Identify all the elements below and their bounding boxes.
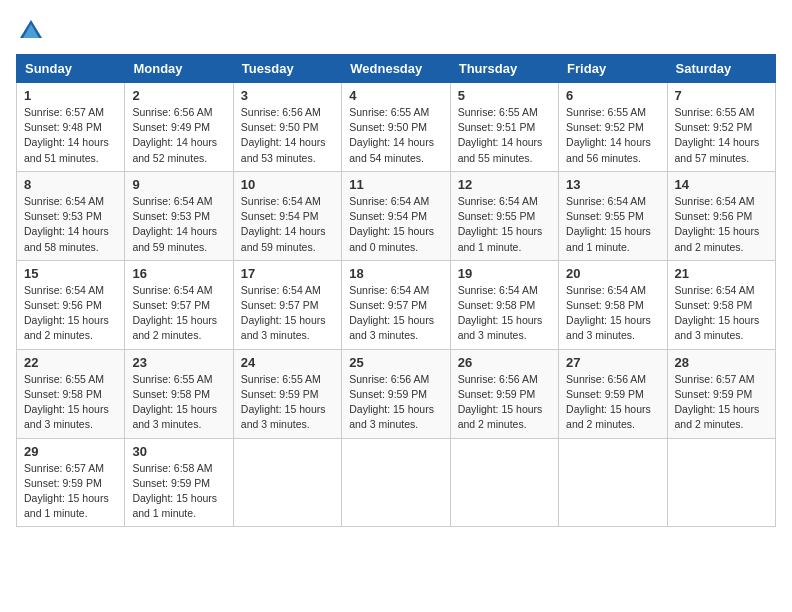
day-number: 6 xyxy=(566,88,659,103)
cell-content: Sunrise: 6:54 AM Sunset: 9:57 PM Dayligh… xyxy=(132,283,225,344)
sunset-label: Sunset: 9:59 PM xyxy=(349,388,427,400)
cell-content: Sunrise: 6:54 AM Sunset: 9:57 PM Dayligh… xyxy=(349,283,442,344)
cell-content: Sunrise: 6:57 AM Sunset: 9:59 PM Dayligh… xyxy=(675,372,768,433)
calendar-cell: 3 Sunrise: 6:56 AM Sunset: 9:50 PM Dayli… xyxy=(233,83,341,172)
sunset-label: Sunset: 9:59 PM xyxy=(241,388,319,400)
cell-content: Sunrise: 6:56 AM Sunset: 9:59 PM Dayligh… xyxy=(458,372,551,433)
daylight-label: Daylight: 14 hours and 52 minutes. xyxy=(132,136,217,163)
calendar-cell: 14 Sunrise: 6:54 AM Sunset: 9:56 PM Dayl… xyxy=(667,171,775,260)
cell-content: Sunrise: 6:54 AM Sunset: 9:54 PM Dayligh… xyxy=(241,194,334,255)
calendar-cell xyxy=(342,438,450,527)
daylight-label: Daylight: 15 hours and 3 minutes. xyxy=(241,314,326,341)
sunrise-label: Sunrise: 6:54 AM xyxy=(132,195,212,207)
day-number: 8 xyxy=(24,177,117,192)
sunrise-label: Sunrise: 6:55 AM xyxy=(675,106,755,118)
calendar-week-2: 8 Sunrise: 6:54 AM Sunset: 9:53 PM Dayli… xyxy=(17,171,776,260)
day-number: 18 xyxy=(349,266,442,281)
sunset-label: Sunset: 9:58 PM xyxy=(132,388,210,400)
cell-content: Sunrise: 6:55 AM Sunset: 9:58 PM Dayligh… xyxy=(132,372,225,433)
sunset-label: Sunset: 9:59 PM xyxy=(458,388,536,400)
cell-content: Sunrise: 6:54 AM Sunset: 9:57 PM Dayligh… xyxy=(241,283,334,344)
calendar-cell: 7 Sunrise: 6:55 AM Sunset: 9:52 PM Dayli… xyxy=(667,83,775,172)
day-number: 23 xyxy=(132,355,225,370)
cell-content: Sunrise: 6:57 AM Sunset: 9:48 PM Dayligh… xyxy=(24,105,117,166)
cell-content: Sunrise: 6:58 AM Sunset: 9:59 PM Dayligh… xyxy=(132,461,225,522)
calendar-cell xyxy=(233,438,341,527)
calendar-cell: 27 Sunrise: 6:56 AM Sunset: 9:59 PM Dayl… xyxy=(559,349,667,438)
sunset-label: Sunset: 9:55 PM xyxy=(458,210,536,222)
day-number: 12 xyxy=(458,177,551,192)
daylight-label: Daylight: 15 hours and 0 minutes. xyxy=(349,225,434,252)
day-number: 16 xyxy=(132,266,225,281)
sunset-label: Sunset: 9:57 PM xyxy=(241,299,319,311)
calendar-week-3: 15 Sunrise: 6:54 AM Sunset: 9:56 PM Dayl… xyxy=(17,260,776,349)
calendar-table: SundayMondayTuesdayWednesdayThursdayFrid… xyxy=(16,54,776,527)
daylight-label: Daylight: 15 hours and 2 minutes. xyxy=(458,403,543,430)
daylight-label: Daylight: 14 hours and 56 minutes. xyxy=(566,136,651,163)
sunrise-label: Sunrise: 6:54 AM xyxy=(349,284,429,296)
cell-content: Sunrise: 6:57 AM Sunset: 9:59 PM Dayligh… xyxy=(24,461,117,522)
calendar-header-friday: Friday xyxy=(559,55,667,83)
calendar-cell: 2 Sunrise: 6:56 AM Sunset: 9:49 PM Dayli… xyxy=(125,83,233,172)
cell-content: Sunrise: 6:55 AM Sunset: 9:52 PM Dayligh… xyxy=(675,105,768,166)
daylight-label: Daylight: 15 hours and 1 minute. xyxy=(566,225,651,252)
calendar-cell: 23 Sunrise: 6:55 AM Sunset: 9:58 PM Dayl… xyxy=(125,349,233,438)
sunset-label: Sunset: 9:48 PM xyxy=(24,121,102,133)
calendar-week-5: 29 Sunrise: 6:57 AM Sunset: 9:59 PM Dayl… xyxy=(17,438,776,527)
calendar-cell: 24 Sunrise: 6:55 AM Sunset: 9:59 PM Dayl… xyxy=(233,349,341,438)
daylight-label: Daylight: 15 hours and 3 minutes. xyxy=(24,403,109,430)
sunset-label: Sunset: 9:53 PM xyxy=(24,210,102,222)
day-number: 24 xyxy=(241,355,334,370)
calendar-header-monday: Monday xyxy=(125,55,233,83)
daylight-label: Daylight: 14 hours and 59 minutes. xyxy=(132,225,217,252)
calendar-cell: 15 Sunrise: 6:54 AM Sunset: 9:56 PM Dayl… xyxy=(17,260,125,349)
day-number: 28 xyxy=(675,355,768,370)
calendar-header-sunday: Sunday xyxy=(17,55,125,83)
cell-content: Sunrise: 6:54 AM Sunset: 9:54 PM Dayligh… xyxy=(349,194,442,255)
day-number: 13 xyxy=(566,177,659,192)
sunrise-label: Sunrise: 6:54 AM xyxy=(24,284,104,296)
day-number: 15 xyxy=(24,266,117,281)
cell-content: Sunrise: 6:56 AM Sunset: 9:49 PM Dayligh… xyxy=(132,105,225,166)
cell-content: Sunrise: 6:54 AM Sunset: 9:56 PM Dayligh… xyxy=(675,194,768,255)
calendar-cell: 11 Sunrise: 6:54 AM Sunset: 9:54 PM Dayl… xyxy=(342,171,450,260)
cell-content: Sunrise: 6:56 AM Sunset: 9:59 PM Dayligh… xyxy=(566,372,659,433)
cell-content: Sunrise: 6:54 AM Sunset: 9:56 PM Dayligh… xyxy=(24,283,117,344)
sunrise-label: Sunrise: 6:57 AM xyxy=(675,373,755,385)
sunset-label: Sunset: 9:52 PM xyxy=(566,121,644,133)
cell-content: Sunrise: 6:56 AM Sunset: 9:59 PM Dayligh… xyxy=(349,372,442,433)
cell-content: Sunrise: 6:55 AM Sunset: 9:50 PM Dayligh… xyxy=(349,105,442,166)
daylight-label: Daylight: 14 hours and 53 minutes. xyxy=(241,136,326,163)
cell-content: Sunrise: 6:56 AM Sunset: 9:50 PM Dayligh… xyxy=(241,105,334,166)
sunset-label: Sunset: 9:55 PM xyxy=(566,210,644,222)
cell-content: Sunrise: 6:54 AM Sunset: 9:55 PM Dayligh… xyxy=(458,194,551,255)
sunrise-label: Sunrise: 6:54 AM xyxy=(675,195,755,207)
calendar-cell xyxy=(667,438,775,527)
sunrise-label: Sunrise: 6:54 AM xyxy=(132,284,212,296)
daylight-label: Daylight: 15 hours and 1 minute. xyxy=(132,492,217,519)
day-number: 4 xyxy=(349,88,442,103)
calendar-cell: 22 Sunrise: 6:55 AM Sunset: 9:58 PM Dayl… xyxy=(17,349,125,438)
cell-content: Sunrise: 6:54 AM Sunset: 9:58 PM Dayligh… xyxy=(458,283,551,344)
sunset-label: Sunset: 9:50 PM xyxy=(241,121,319,133)
day-number: 20 xyxy=(566,266,659,281)
cell-content: Sunrise: 6:54 AM Sunset: 9:55 PM Dayligh… xyxy=(566,194,659,255)
calendar-cell: 8 Sunrise: 6:54 AM Sunset: 9:53 PM Dayli… xyxy=(17,171,125,260)
day-number: 5 xyxy=(458,88,551,103)
daylight-label: Daylight: 15 hours and 3 minutes. xyxy=(458,314,543,341)
sunrise-label: Sunrise: 6:54 AM xyxy=(566,284,646,296)
cell-content: Sunrise: 6:54 AM Sunset: 9:53 PM Dayligh… xyxy=(132,194,225,255)
sunrise-label: Sunrise: 6:55 AM xyxy=(132,373,212,385)
daylight-label: Daylight: 14 hours and 51 minutes. xyxy=(24,136,109,163)
calendar-header-tuesday: Tuesday xyxy=(233,55,341,83)
sunset-label: Sunset: 9:58 PM xyxy=(24,388,102,400)
day-number: 9 xyxy=(132,177,225,192)
daylight-label: Daylight: 15 hours and 2 minutes. xyxy=(566,403,651,430)
sunset-label: Sunset: 9:54 PM xyxy=(349,210,427,222)
sunset-label: Sunset: 9:59 PM xyxy=(132,477,210,489)
day-number: 27 xyxy=(566,355,659,370)
daylight-label: Daylight: 15 hours and 3 minutes. xyxy=(675,314,760,341)
sunrise-label: Sunrise: 6:55 AM xyxy=(349,106,429,118)
cell-content: Sunrise: 6:54 AM Sunset: 9:53 PM Dayligh… xyxy=(24,194,117,255)
calendar-cell: 10 Sunrise: 6:54 AM Sunset: 9:54 PM Dayl… xyxy=(233,171,341,260)
